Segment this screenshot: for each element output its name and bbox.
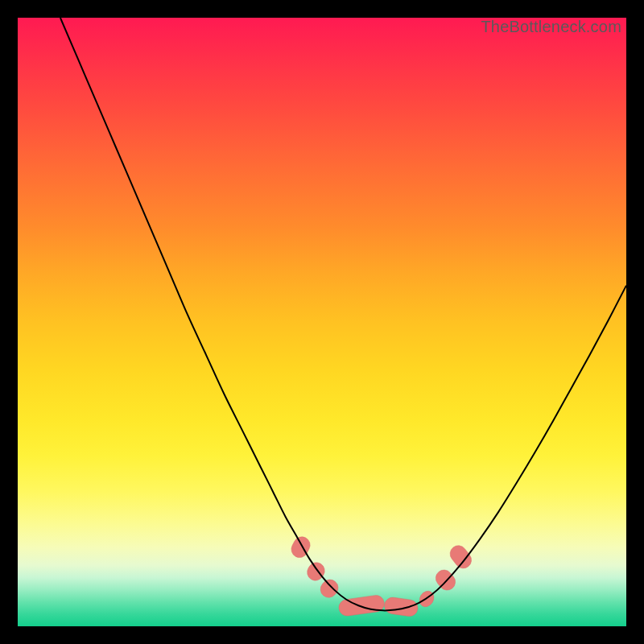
chart-frame: TheBottleneck.com (0, 0, 644, 644)
curve-marker (383, 597, 419, 617)
bottleneck-curve (60, 18, 626, 610)
curve-marker (288, 534, 312, 560)
curve-marker (317, 576, 341, 601)
chart-svg (18, 18, 626, 626)
plot-area: TheBottleneck.com (18, 18, 626, 626)
curve-marker (447, 543, 475, 572)
marker-group (288, 534, 474, 617)
